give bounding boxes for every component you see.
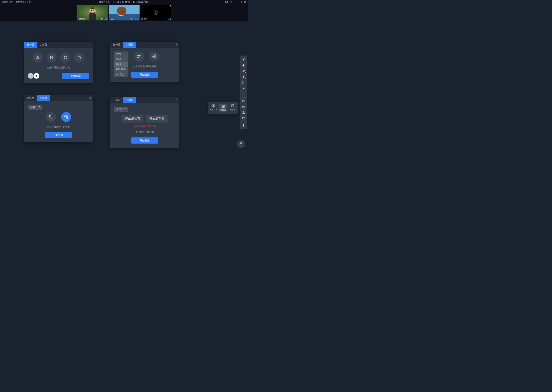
top-status-bar: 丢包率：0% 网络状态：良好 神秘大自然 已上课：02:34:09 ID：202… (0, 0, 248, 4)
svg-point-13 (120, 11, 120, 12)
tab-tf[interactable]: 判断题 (123, 97, 136, 103)
option-a[interactable]: A (33, 53, 43, 63)
tab-tf[interactable]: 判断题 (37, 95, 50, 101)
hand-count: 0/2 (240, 145, 242, 147)
close-icon[interactable]: × (89, 43, 91, 46)
svg-point-14 (122, 11, 123, 12)
add-option-button[interactable]: + (34, 73, 39, 79)
move-tool-icon[interactable] (240, 63, 247, 68)
cursor-tool-icon[interactable] (240, 57, 247, 63)
dropdown-item[interactable]: 美/丑 (114, 62, 128, 67)
dropdown-item[interactable]: +自定义 (114, 72, 128, 77)
start-button[interactable]: 开始答题 (62, 73, 89, 79)
text-tool-icon[interactable]: T (240, 74, 247, 80)
svg-point-16 (132, 19, 133, 19)
tab-choice[interactable]: 选择题 (110, 97, 123, 103)
video-name: 王小明 (141, 17, 148, 20)
close-icon[interactable]: × (169, 5, 171, 7)
camera-toggle-icon[interactable] (225, 0, 228, 3)
start-button[interactable]: 开始答题 (131, 72, 158, 78)
mic-icon (134, 18, 136, 20)
video-strip: 叮当老师 × Nina × 王小明 (0, 4, 248, 21)
chevron-down-icon (125, 108, 127, 110)
signal-icon (105, 18, 107, 20)
start-button[interactable]: 开始答题 (131, 137, 158, 144)
session-id: ID：2020070324 (133, 0, 149, 3)
video-tile-student[interactable]: × 王小明 (140, 5, 171, 21)
tab-choice[interactable]: 选择题 (24, 95, 37, 101)
network-status: 网络状态：良好 (16, 0, 31, 3)
minimize-icon[interactable] (235, 0, 237, 3)
buzzer-button[interactable]: 抢答器 (229, 104, 237, 112)
close-icon[interactable]: × (175, 43, 177, 46)
dropdown-button: 对/错 (114, 51, 128, 57)
signal-icon (136, 18, 139, 20)
hand-icon (240, 141, 243, 145)
tab-choice[interactable]: 选择题 (110, 42, 123, 48)
svg-point-22 (242, 83, 243, 84)
screen-share-button[interactable]: 屏幕共享 (210, 104, 217, 112)
tf-option-true[interactable]: 对 (134, 51, 144, 62)
close-icon[interactable]: × (138, 5, 139, 7)
custom-option-1[interactable]: 诗圣是杜甫 (122, 115, 143, 123)
volume-wheel-icon (131, 18, 133, 20)
option-b[interactable]: B (47, 53, 57, 63)
scissors-tool-icon[interactable] (240, 80, 247, 85)
hint-text: 点击字母预设正确答案 (28, 66, 89, 69)
tf-option-true[interactable]: 对 (46, 112, 56, 122)
svg-point-29 (244, 118, 244, 118)
svg-rect-0 (225, 1, 227, 3)
class-title: 神秘大自然 (99, 0, 110, 3)
close-icon[interactable]: × (175, 98, 177, 102)
svg-point-7 (93, 10, 94, 11)
tf-type-dropdown[interactable]: 对/错 对/错 美/丑 精致/粗糙 +自定义 (114, 51, 128, 57)
svg-point-9 (101, 19, 101, 19)
option-d[interactable]: D (74, 53, 84, 63)
svg-point-23 (243, 94, 244, 94)
tab-tf[interactable]: 判断题 (123, 42, 136, 48)
raise-hand-button[interactable]: 0/2 (237, 140, 245, 148)
svg-text:B: B (222, 106, 223, 108)
remove-option-button[interactable]: − (28, 73, 34, 79)
close-icon[interactable]: × (89, 96, 91, 100)
laser-tool-icon[interactable] (240, 91, 247, 97)
mic-icon (102, 18, 104, 20)
svg-point-19 (244, 58, 245, 59)
custom-option-2[interactable]: 诗仙是李白 (146, 115, 167, 123)
pen-tool-icon[interactable] (240, 68, 247, 74)
option-c[interactable]: C (60, 53, 70, 63)
dropdown-button: 对/错 (28, 105, 42, 110)
hint-text: 点击预设正确答案 (114, 131, 175, 134)
chat-icon[interactable] (240, 115, 247, 121)
tf-option-false[interactable]: 错 (61, 112, 71, 122)
tab-choice[interactable]: 选择题 (24, 42, 37, 48)
close-window-icon[interactable] (244, 0, 247, 3)
panel-tf-selected: 选择题 判断题 × 对/错 对 错 点击字母预设正确答案 开始答题 (24, 95, 93, 142)
dropdown-item[interactable]: 对/错 (114, 56, 128, 62)
svg-point-18 (155, 11, 157, 13)
tf-option-false[interactable]: 错 (149, 51, 159, 62)
svg-point-21 (242, 81, 243, 82)
panel-tf-custom: 选择题 判断题 × 自定义 诗圣是杜甫 诗仙是李白 自定义内容最多5个字 点击预… (110, 97, 179, 148)
tf-type-dropdown[interactable]: 对/错 (28, 105, 89, 110)
settings-icon[interactable] (230, 0, 233, 3)
eraser-tool-icon[interactable] (240, 85, 247, 91)
svg-point-20 (244, 59, 245, 59)
panel-choice-question: 选择题 判断题 × A B C D 点击字母预设正确答案 − + 开始答题 (24, 42, 93, 83)
user-icon[interactable] (240, 110, 247, 115)
folder-icon[interactable] (240, 98, 247, 104)
tf-type-dropdown[interactable]: 自定义 (114, 107, 175, 112)
error-text: 自定义内容最多5个字 (114, 125, 175, 128)
fullscreen-icon[interactable] (239, 0, 242, 3)
toolbox-icon[interactable] (240, 104, 247, 110)
video-tile-teacher[interactable]: 叮当老师 (77, 5, 108, 21)
tab-tf[interactable]: 判断题 (37, 42, 50, 48)
start-button[interactable]: 开始答题 (45, 132, 72, 138)
answer-tool-button[interactable]: AB 答题器 (219, 104, 227, 112)
mic-muted-icon (166, 18, 167, 20)
bell-icon[interactable] (240, 123, 247, 128)
dropdown-item[interactable]: 精致/粗糙 (114, 67, 128, 72)
video-tile-student[interactable]: × Nina (109, 5, 139, 21)
video-name: 叮当老师 (78, 17, 87, 20)
svg-point-1 (231, 1, 232, 2)
